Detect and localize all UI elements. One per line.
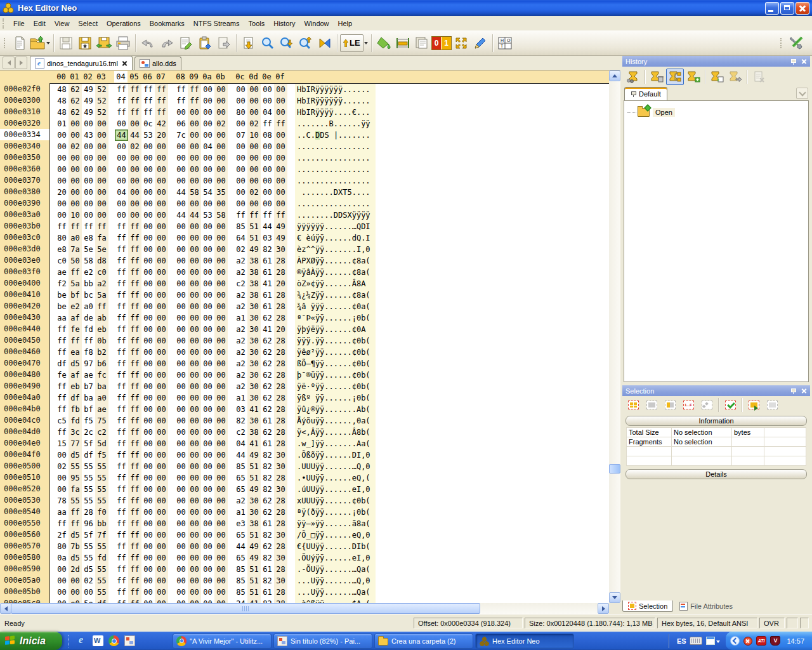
- hex-byte-cell[interactable]: 54: [201, 187, 214, 198]
- hex-byte-cell[interactable]: 20: [55, 187, 69, 198]
- hex-byte-cell[interactable]: ff: [55, 221, 69, 232]
- hex-byte-cell[interactable]: ff: [115, 461, 128, 472]
- hex-byte-cell[interactable]: ff: [115, 335, 128, 347]
- hex-byte-cell[interactable]: 00: [188, 552, 201, 564]
- horizontal-scrollbar[interactable]: [0, 603, 609, 614]
- hex-byte-cell[interactable]: 28: [274, 404, 287, 415]
- hex-byte-cell[interactable]: 5e: [82, 598, 95, 603]
- hex-byte-cell[interactable]: 00: [82, 118, 95, 129]
- hex-byte-cell[interactable]: ff: [115, 564, 128, 575]
- ascii-pane-row[interactable]: .......B......ÿÿ: [295, 118, 376, 129]
- hex-byte-cell[interactable]: 00: [214, 84, 228, 95]
- hex-byte-cell[interactable]: 00: [174, 507, 188, 518]
- hex-byte-cell[interactable]: 28: [274, 369, 287, 381]
- hex-byte-cell[interactable]: ff: [115, 301, 128, 312]
- hex-byte-cell[interactable]: fd: [95, 552, 108, 564]
- hex-byte-cell[interactable]: 00: [188, 232, 201, 244]
- hex-byte-cell[interactable]: 00: [201, 587, 214, 598]
- hex-byte-cell[interactable]: 00: [69, 187, 82, 198]
- binary-digits-icon[interactable]: 01: [431, 33, 452, 53]
- hex-byte-cell[interactable]: 28: [274, 255, 287, 267]
- modify-data-icon[interactable]: [471, 33, 490, 53]
- hex-byte-cell[interactable]: 00: [155, 552, 168, 564]
- ascii-pane-row[interactable]: ªÿ(ðÿÿ......¡0b(: [295, 507, 376, 518]
- hex-byte-cell[interactable]: ff: [188, 84, 201, 95]
- hex-byte-cell[interactable]: 30: [247, 335, 261, 347]
- hex-byte-cell[interactable]: 49: [274, 221, 287, 232]
- hex-byte-cell[interactable]: 00: [82, 587, 95, 598]
- hex-byte-cell[interactable]: 00: [201, 507, 214, 518]
- hex-byte-cell[interactable]: e0: [69, 598, 82, 603]
- hex-byte-cell[interactable]: df: [82, 449, 95, 461]
- menu-item-tools[interactable]: Tools: [244, 17, 270, 30]
- hex-byte-cell[interactable]: 00: [188, 175, 201, 187]
- hex-byte-cell[interactable]: 00: [95, 152, 108, 164]
- hex-byte-cell[interactable]: 00: [141, 518, 155, 529]
- quick-launch-handle[interactable]: [68, 635, 70, 647]
- hex-byte-cell[interactable]: 65: [234, 529, 247, 541]
- hex-byte-cell[interactable]: ff: [115, 347, 128, 358]
- hex-byte-cell[interactable]: 00: [155, 221, 168, 232]
- hex-byte-cell[interactable]: 00: [214, 312, 228, 324]
- hex-byte-cell[interactable]: d5: [82, 564, 95, 575]
- hex-byte-cell[interactable]: 41: [247, 438, 261, 449]
- hex-byte-cell[interactable]: 7b: [69, 541, 82, 552]
- hex-byte-cell[interactable]: 00: [188, 461, 201, 472]
- hex-byte-cell[interactable]: 00: [214, 598, 228, 603]
- hex-byte-cell[interactable]: ff: [128, 587, 141, 598]
- hex-byte-cell[interactable]: 04: [261, 107, 274, 118]
- hex-byte-cell[interactable]: 42: [155, 118, 168, 129]
- hex-byte-cell[interactable]: 00: [201, 335, 214, 347]
- hex-byte-cell[interactable]: 85: [234, 461, 247, 472]
- save-history-icon[interactable]: [708, 69, 726, 85]
- hex-byte-cell[interactable]: 00: [55, 575, 69, 587]
- hex-byte-cell[interactable]: 00: [155, 427, 168, 438]
- hex-byte-cell[interactable]: ff: [128, 564, 141, 575]
- hex-byte-cell[interactable]: 62: [69, 107, 82, 118]
- keyboard-icon[interactable]: [690, 637, 702, 645]
- hex-byte-cell[interactable]: a2: [234, 495, 247, 507]
- hex-byte-cell[interactable]: 00: [201, 129, 214, 141]
- hex-byte-cell[interactable]: 65: [234, 472, 247, 484]
- hex-byte-cell[interactable]: 00: [141, 267, 155, 278]
- hex-byte-cell[interactable]: 00: [214, 438, 228, 449]
- hex-byte-cell[interactable]: 58: [214, 209, 228, 221]
- hex-byte-cell[interactable]: a2: [234, 381, 247, 392]
- hex-byte-cell[interactable]: ff: [69, 507, 82, 518]
- hex-byte-cell[interactable]: 00: [274, 198, 287, 209]
- hex-byte-cell[interactable]: 61: [261, 518, 274, 529]
- show-hidden-icons-icon[interactable]: [730, 636, 740, 646]
- hex-byte-cell[interactable]: 38: [247, 255, 261, 267]
- hex-byte-cell[interactable]: 30: [247, 495, 261, 507]
- hex-byte-cell[interactable]: 00: [141, 552, 155, 564]
- hex-byte-cell[interactable]: 00: [115, 141, 128, 152]
- hex-byte-cell[interactable]: 00: [55, 164, 69, 175]
- hex-byte-cell[interactable]: a2: [234, 301, 247, 312]
- hex-byte-cell[interactable]: ff: [115, 495, 128, 507]
- hex-byte-cell[interactable]: 00: [201, 118, 214, 129]
- hex-byte-cell[interactable]: 00: [174, 529, 188, 541]
- hex-byte-cell[interactable]: ff: [95, 301, 108, 312]
- hex-byte-cell[interactable]: ff: [95, 221, 108, 232]
- hex-byte-cell[interactable]: 28: [274, 587, 287, 598]
- hex-byte-cell[interactable]: 00: [214, 324, 228, 335]
- hex-byte-cell[interactable]: 24: [234, 598, 247, 603]
- hex-byte-cell[interactable]: 82: [261, 529, 274, 541]
- hex-byte-cell[interactable]: 00: [155, 335, 168, 347]
- hex-byte-cell[interactable]: ff: [115, 324, 128, 335]
- hex-byte-cell[interactable]: 30: [247, 301, 261, 312]
- ascii-pane-row[interactable]: €{UUÿÿ......DIb(: [295, 541, 376, 552]
- hex-byte-cell[interactable]: 44: [234, 541, 247, 552]
- hex-byte-cell[interactable]: 00: [141, 301, 155, 312]
- hex-byte-cell[interactable]: 62: [261, 347, 274, 358]
- hex-byte-cell[interactable]: 00: [247, 84, 261, 95]
- hex-byte-cell[interactable]: 30: [274, 575, 287, 587]
- hex-byte-cell[interactable]: 00: [174, 381, 188, 392]
- hex-byte-cell[interactable]: c2: [234, 278, 247, 289]
- status-overwrite-mode[interactable]: OVR: [759, 618, 785, 628]
- menu-item-ntfs-streams[interactable]: NTFS Streams: [189, 17, 244, 30]
- hex-byte-cell[interactable]: 00: [155, 141, 168, 152]
- hex-byte-cell[interactable]: a0: [95, 392, 108, 404]
- hex-byte-cell[interactable]: ba: [95, 381, 108, 392]
- hex-byte-cell[interactable]: 00: [174, 495, 188, 507]
